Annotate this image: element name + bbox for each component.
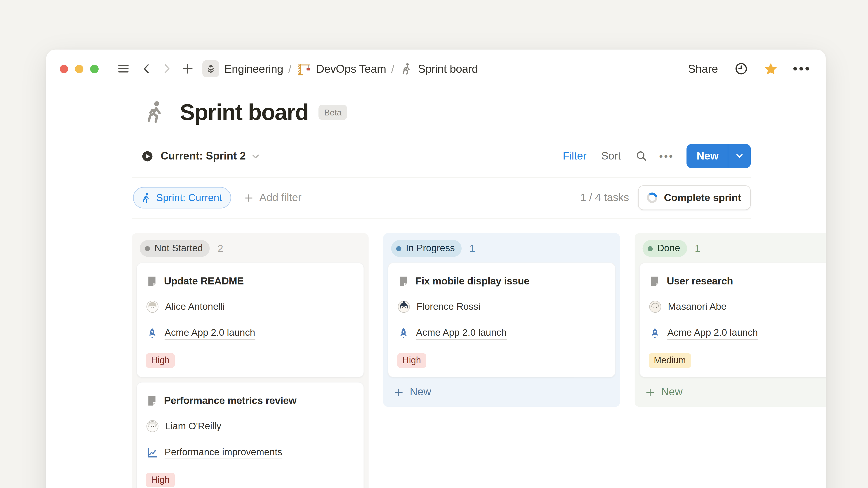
task-title: User research [667, 275, 733, 287]
complete-sprint-button[interactable]: Complete sprint [638, 185, 751, 210]
column-in-progress: In Progress 1 Fix mobile display issue [383, 233, 620, 407]
tasks-progress-label: 1 / 4 tasks [580, 192, 629, 204]
status-badge-done[interactable]: Done [643, 240, 687, 257]
page-body: Sprint board Beta Current: Sprint 2 Filt… [46, 99, 826, 488]
breadcrumb-item-sprint-board[interactable]: Sprint board [418, 62, 478, 75]
priority-badge: High [397, 353, 426, 368]
task-card-fix-mobile-display-issue[interactable]: Fix mobile display issue Florence Rossi [388, 263, 616, 378]
chart-increasing-icon [146, 447, 158, 459]
task-card-user-research[interactable]: User research Masanori Abe [639, 263, 826, 378]
status-label: Done [657, 243, 680, 254]
priority-badge: High [146, 353, 175, 368]
task-title: Fix mobile display issue [415, 275, 529, 287]
window-close-button[interactable] [60, 65, 68, 73]
status-dot-icon [396, 246, 401, 251]
new-task-label: New [686, 150, 727, 162]
column-count: 1 [469, 242, 475, 254]
breadcrumb-item-engineering[interactable]: Engineering [224, 62, 283, 75]
progress-ring-icon [646, 192, 658, 204]
column-count: 2 [217, 242, 223, 254]
page-title-row: Sprint board Beta [141, 99, 751, 126]
share-button[interactable]: Share [688, 62, 718, 75]
board-divider [132, 218, 751, 219]
project-link[interactable]: Acme App 2.0 launch [667, 327, 758, 340]
add-card-label: New [661, 386, 683, 398]
crane-icon [296, 61, 311, 76]
runner-icon [399, 62, 413, 76]
status-badge-in-progress[interactable]: In Progress [391, 240, 462, 257]
column-not-started: Not Started 2 Update README [132, 233, 368, 488]
complete-sprint-label: Complete sprint [664, 192, 741, 203]
add-filter-button[interactable]: Add filter [243, 192, 302, 204]
runner-icon [140, 192, 151, 203]
view-more-icon[interactable]: ••• [659, 150, 674, 162]
screen: Engineering / DevOps Team / Sprint board… [0, 0, 868, 488]
assignee-name: Florence Rossi [416, 301, 480, 313]
chevron-down-icon [251, 151, 260, 161]
column-header: Not Started 2 [140, 240, 362, 257]
beta-badge: Beta [318, 105, 347, 120]
sprint-filter-label: Sprint: Current [156, 192, 222, 203]
window-minimize-button[interactable] [75, 65, 84, 73]
rocket-icon [397, 327, 410, 340]
new-page-plus-icon[interactable] [181, 62, 194, 75]
status-dot-icon [145, 246, 150, 251]
play-icon [141, 150, 154, 162]
status-dot-icon [648, 246, 653, 251]
sidebar-menu-icon[interactable] [117, 62, 130, 75]
column-cards: Update README Alice Antonelli [136, 263, 364, 488]
assignee-name: Liam O'Reilly [165, 420, 221, 432]
project-link[interactable]: Acme App 2.0 launch [416, 327, 506, 340]
page-icon [146, 395, 158, 407]
avatar [397, 300, 410, 313]
toolbar-divider [132, 177, 751, 178]
forward-icon[interactable] [161, 63, 173, 75]
avatar [146, 300, 159, 313]
task-card-performance-metrics-review[interactable]: Performance metrics review Liam O'Reilly [136, 382, 364, 488]
project-link[interactable]: Acme App 2.0 launch [164, 327, 255, 340]
breadcrumb: Engineering / DevOps Team / Sprint board [224, 61, 478, 76]
runner-icon[interactable] [141, 99, 167, 126]
back-icon[interactable] [141, 63, 153, 75]
column-done: Done 1 User research [635, 233, 826, 407]
sprint-view-label: Current: Sprint 2 [161, 150, 246, 162]
rocket-icon [649, 327, 661, 340]
top-bar: Engineering / DevOps Team / Sprint board… [46, 50, 826, 82]
column-cards: User research Masanori Abe [639, 263, 826, 378]
search-icon[interactable] [634, 149, 648, 163]
kanban-board: Not Started 2 Update README [132, 233, 826, 488]
workspace-stack-icon[interactable] [202, 60, 219, 77]
sort-button[interactable]: Sort [601, 150, 621, 162]
chevron-down-icon[interactable] [728, 152, 751, 161]
page-icon [146, 275, 158, 287]
project-link[interactable]: Performance improvements [164, 447, 282, 459]
task-title: Performance metrics review [164, 395, 297, 407]
assignee-name: Masanori Abe [668, 301, 726, 313]
filter-button[interactable]: Filter [563, 150, 587, 162]
sprint-filter-chip[interactable]: Sprint: Current [133, 187, 231, 208]
add-filter-label: Add filter [259, 192, 302, 204]
add-card-button[interactable]: New [388, 382, 616, 402]
column-cards: Fix mobile display issue Florence Rossi [388, 263, 616, 378]
clock-icon[interactable] [734, 61, 748, 76]
avatar [146, 420, 159, 433]
task-title: Update README [164, 275, 244, 287]
column-header: Done 1 [643, 240, 826, 257]
status-badge-not-started[interactable]: Not Started [140, 240, 210, 257]
add-card-button[interactable]: New [639, 382, 826, 402]
toolbar-actions: Filter Sort ••• New [563, 144, 751, 168]
view-toolbar: Current: Sprint 2 Filter Sort ••• New [141, 144, 751, 168]
sprint-view-selector[interactable]: Current: Sprint 2 [141, 150, 260, 162]
rocket-icon [146, 327, 158, 340]
status-label: Not Started [154, 243, 203, 254]
new-task-button[interactable]: New [686, 144, 751, 168]
breadcrumb-item-devops-team[interactable]: DevOps Team [316, 62, 386, 75]
breadcrumb-separator: / [391, 62, 394, 75]
avatar [649, 300, 662, 313]
task-card-update-readme[interactable]: Update README Alice Antonelli [136, 263, 364, 378]
window-zoom-button[interactable] [90, 65, 98, 73]
window-controls [60, 65, 98, 73]
column-count: 1 [695, 242, 701, 254]
star-icon[interactable] [763, 61, 778, 76]
more-icon[interactable]: ••• [793, 61, 811, 76]
